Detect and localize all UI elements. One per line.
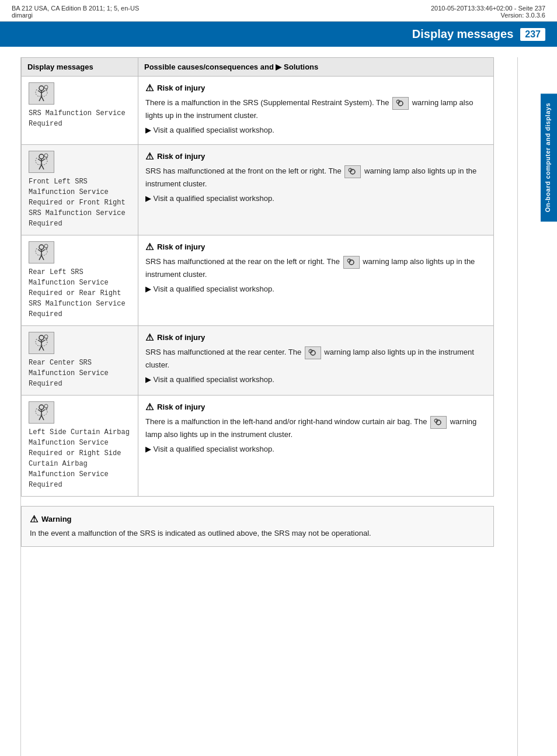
svg-line-4 — [39, 96, 41, 101]
warning-lamp-icon — [305, 346, 321, 359]
risk-heading: ⚠Risk of injury — [145, 82, 486, 93]
svg-line-18 — [41, 165, 44, 169]
warning-lamp-icon — [344, 165, 361, 178]
content-text: SRS has malfunctioned at the rear on the… — [145, 256, 486, 294]
svg-point-0 — [39, 86, 44, 91]
warning-lamp-icon — [392, 97, 409, 110]
table-row: SRS Malfunction Service Required⚠Risk of… — [22, 77, 494, 145]
side-tab: On-board computer and displays — [541, 93, 557, 221]
warning-heading: ⚠ Warning — [30, 514, 485, 525]
content-text: There is a malfunction in the left-hand … — [145, 416, 486, 455]
svg-line-31 — [41, 255, 44, 260]
table-row: Rear Center SRS Malfunction Service Requ… — [22, 326, 494, 396]
page-title: Display messages — [412, 27, 513, 41]
srs-icon — [29, 241, 54, 263]
srs-icon — [29, 332, 54, 354]
arrow-bullet: ▶ — [145, 126, 151, 134]
display-msg-text: SRS Malfunction Service Required — [29, 108, 131, 129]
risk-triangle-icon: ⚠ — [145, 332, 154, 343]
causes-solutions-cell: ⚠Risk of injuryThere is a malfunction in… — [138, 77, 494, 145]
svg-line-17 — [39, 165, 41, 169]
col2-header: Possible causes/consequences and ▶ Solut… — [138, 58, 494, 77]
arrow-bullet: ▶ — [145, 445, 151, 453]
content-text: There is a malfunction in the SRS (Suppl… — [145, 97, 486, 136]
svg-point-52 — [39, 405, 44, 410]
content-area: Display messages Possible causes/consequ… — [21, 57, 517, 756]
arrow-bullet: ▶ — [145, 375, 151, 384]
display-msg-text: Rear Center SRS Malfunction Service Requ… — [29, 358, 131, 389]
solution-text: ▶ Visit a qualified specialist workshop. — [145, 443, 486, 455]
solution-text: ▶ Visit a qualified specialist workshop. — [145, 124, 486, 136]
content-paragraph: SRS has malfunctioned at the rear on the… — [145, 256, 486, 280]
main-table: Display messages Possible causes/consequ… — [21, 57, 494, 497]
causes-solutions-cell: ⚠Risk of injuryThere is a malfunction in… — [138, 396, 494, 497]
svg-point-13 — [39, 154, 44, 159]
risk-heading: ⚠Risk of injury — [145, 151, 486, 162]
content-text: SRS has malfunctioned at the rear center… — [145, 346, 486, 385]
page-wrapper: BA 212 USA, CA Edition B 2011; 1; 5, en-… — [0, 0, 557, 756]
content-paragraph: SRS has malfunctioned at the front on th… — [145, 165, 486, 190]
risk-triangle-icon: ⚠ — [145, 241, 154, 252]
table-row: Rear Left SRS Malfunction Service Requir… — [22, 235, 494, 326]
risk-triangle-icon: ⚠ — [145, 401, 154, 412]
svg-line-43 — [39, 346, 41, 351]
warning-lamp-icon — [343, 256, 360, 269]
warning-lamp-icon — [430, 416, 447, 429]
svg-point-19 — [44, 154, 48, 157]
svg-line-30 — [39, 255, 41, 260]
display-msg-text: Rear Left SRS Malfunction Service Requir… — [29, 267, 131, 320]
content-paragraph: There is a malfunction in the left-hand … — [145, 416, 486, 441]
display-msg-cell: SRS Malfunction Service Required — [22, 77, 138, 145]
display-msg-cell: Front Left SRS Malfunction Service Requi… — [22, 145, 138, 235]
meta-left: BA 212 USA, CA Edition B 2011; 1; 5, en-… — [12, 5, 139, 19]
risk-label: Risk of injury — [157, 152, 205, 161]
table-row: Left Side Curtain Airbag Malfunction Ser… — [22, 396, 494, 497]
table-row: Front Left SRS Malfunction Service Requi… — [22, 145, 494, 235]
page-number: 237 — [520, 28, 545, 41]
svg-point-26 — [39, 245, 44, 249]
warning-text: In the event a malfunction of the SRS is… — [30, 528, 485, 539]
display-msg-text: Front Left SRS Malfunction Service Requi… — [29, 176, 131, 229]
risk-heading: ⚠Risk of injury — [145, 241, 486, 252]
svg-point-39 — [39, 335, 44, 340]
causes-solutions-cell: ⚠Risk of injurySRS has malfunctioned at … — [138, 145, 494, 235]
causes-solutions-cell: ⚠Risk of injurySRS has malfunctioned at … — [138, 235, 494, 326]
svg-point-58 — [44, 404, 48, 408]
warning-triangle-icon: ⚠ — [30, 514, 38, 525]
svg-line-5 — [41, 96, 44, 101]
srs-icon — [29, 151, 54, 173]
risk-label: Risk of injury — [157, 333, 205, 342]
col1-header: Display messages — [22, 58, 138, 77]
solution-text: ▶ Visit a qualified specialist workshop. — [145, 283, 486, 295]
causes-solutions-cell: ⚠Risk of injurySRS has malfunctioned at … — [138, 326, 494, 396]
warning-box: ⚠ Warning In the event a malfunction of … — [21, 506, 494, 547]
risk-triangle-icon: ⚠ — [145, 82, 154, 93]
content-paragraph: SRS has malfunctioned at the rear center… — [145, 346, 486, 371]
solution-text: ▶ Visit a qualified specialist workshop. — [145, 193, 486, 204]
svg-point-32 — [44, 244, 48, 248]
display-msg-text: Left Side Curtain Airbag Malfunction Ser… — [29, 427, 131, 490]
meta-right: 2010-05-20T13:33:46+02:00 - Seite 237 Ve… — [431, 5, 545, 19]
display-msg-cell: Rear Center SRS Malfunction Service Requ… — [22, 326, 138, 396]
risk-label: Risk of injury — [157, 242, 205, 251]
risk-triangle-icon: ⚠ — [145, 151, 154, 162]
content-paragraph: There is a malfunction in the SRS (Suppl… — [145, 97, 486, 122]
content-text: SRS has malfunctioned at the front on th… — [145, 165, 486, 204]
display-msg-cell: Rear Left SRS Malfunction Service Requir… — [22, 235, 138, 326]
risk-heading: ⚠Risk of injury — [145, 401, 486, 412]
page-title-bar: Display messages 237 — [0, 22, 557, 47]
risk-label: Risk of injury — [157, 84, 205, 92]
solution-text: ▶ Visit a qualified specialist workshop. — [145, 374, 486, 386]
arrow-bullet: ▶ — [145, 285, 151, 293]
arrow-bullet: ▶ — [145, 194, 151, 203]
meta-header: BA 212 USA, CA Edition B 2011; 1; 5, en-… — [0, 0, 557, 22]
warning-label: Warning — [41, 515, 72, 523]
srs-icon — [29, 401, 54, 424]
risk-label: Risk of injury — [157, 403, 205, 411]
risk-heading: ⚠Risk of injury — [145, 332, 486, 343]
svg-point-45 — [44, 335, 48, 338]
svg-point-6 — [44, 85, 48, 89]
left-border — [11, 57, 21, 756]
srs-icon — [29, 82, 54, 105]
svg-line-44 — [41, 346, 44, 351]
